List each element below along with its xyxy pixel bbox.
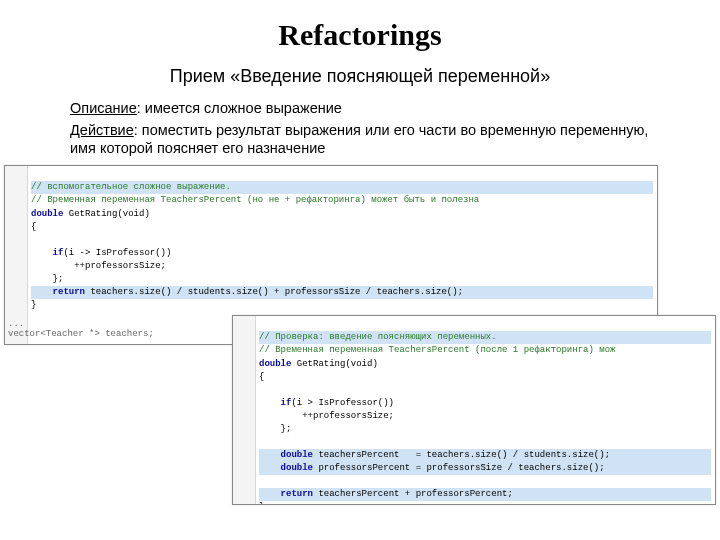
- code-keyword: double: [259, 463, 313, 473]
- code-after-content: // Проверка: введение поясняющих перемен…: [259, 318, 711, 505]
- code-text: teachersPercent + professorsPercent;: [313, 489, 513, 499]
- code-text: GetRating(void): [63, 209, 149, 219]
- code-line: }: [31, 300, 36, 310]
- slide-subtitle: Прием «Введение поясняющей переменной»: [30, 66, 690, 87]
- note-line: ...: [8, 319, 24, 329]
- code-keyword: double: [259, 359, 291, 369]
- code-keyword: return: [259, 489, 313, 499]
- code-area: // вспомогательное сложное выражение. //…: [0, 165, 720, 510]
- description-line-2: Действие: поместить результат выражения …: [70, 121, 650, 157]
- code-line: };: [31, 274, 63, 284]
- description-text-2: : поместить результат выражения или его …: [70, 122, 648, 156]
- code-line: }: [259, 502, 264, 505]
- code-line: // Временная переменная TeachersPercent …: [259, 345, 615, 355]
- code-line: };: [259, 424, 291, 434]
- code-text: teachers.size() / students.size() + prof…: [85, 287, 463, 297]
- code-text: (i > IsProfessor()): [291, 398, 394, 408]
- slide-title: Refactorings: [0, 18, 720, 52]
- description-line-1: Описание: имеется сложное выражение: [70, 99, 650, 117]
- code-gutter: [5, 166, 28, 344]
- description-text-1: : имеется сложное выражение: [137, 100, 342, 116]
- code-line: {: [31, 222, 36, 232]
- code-fragment-note: ... vector<Teacher *> teachers;: [8, 319, 154, 339]
- code-text: (i -> IsProfessor()): [63, 248, 171, 258]
- code-gutter: [233, 316, 256, 504]
- code-line: // Временная переменная TeachersPercent …: [31, 195, 479, 205]
- code-before-content: // вспомогательное сложное выражение. //…: [31, 168, 653, 312]
- description-label-2: Действие: [70, 122, 134, 138]
- code-line: // вспомогательное сложное выражение.: [31, 182, 231, 192]
- code-keyword: double: [31, 209, 63, 219]
- code-line: // Проверка: введение поясняющих перемен…: [259, 332, 497, 342]
- code-line: {: [259, 372, 264, 382]
- code-keyword: if: [31, 248, 63, 258]
- note-line: vector<Teacher *> teachers;: [8, 329, 154, 339]
- description-label-1: Описание: [70, 100, 137, 116]
- code-line: ++professorsSize;: [31, 261, 166, 271]
- code-keyword: if: [259, 398, 291, 408]
- code-keyword: double: [259, 450, 313, 460]
- code-text: professorsPercent = professorsSize / tea…: [313, 463, 605, 473]
- slide: Refactorings Прием «Введение поясняющей …: [0, 18, 720, 540]
- code-line: ++professorsSize;: [259, 411, 394, 421]
- code-box-after: // Проверка: введение поясняющих перемен…: [232, 315, 716, 505]
- code-text: teachersPercent = teachers.size() / stud…: [313, 450, 610, 460]
- code-keyword: return: [31, 287, 85, 297]
- code-text: GetRating(void): [291, 359, 377, 369]
